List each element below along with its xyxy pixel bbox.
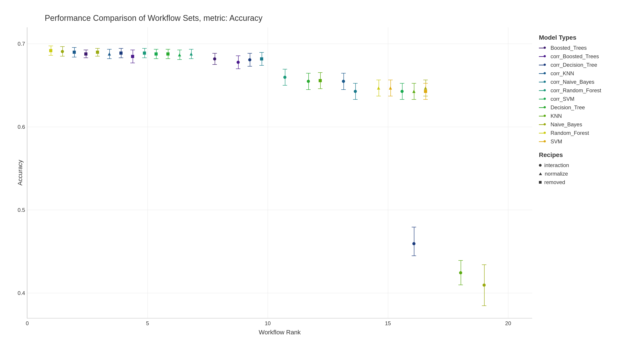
plot-area: Accuracy Workflow Rank 0.40.50.60.705101… — [27, 27, 532, 318]
legend-model-dot — [544, 89, 546, 91]
x-axis-label: Workflow Rank — [259, 329, 301, 336]
y-tick-label: 0.4 — [18, 290, 25, 296]
chart-area: Accuracy Workflow Rank 0.40.50.60.705101… — [27, 27, 640, 313]
legend-model-item: SVM — [539, 138, 633, 145]
legend-model-dot — [544, 132, 546, 134]
legend-model-dot — [544, 123, 546, 125]
legend-model-label: KNN — [550, 113, 562, 119]
legend-model-label: corr_Naive_Bayes — [550, 79, 594, 85]
x-tick-label: 20 — [505, 320, 511, 326]
legend-model-item: corr_KNN — [539, 70, 633, 77]
legend-model-label: corr_SVM — [550, 96, 574, 102]
legend-model-types-title: Model Types — [539, 34, 633, 41]
chart-container: Performance Comparison of Workflow Sets,… — [0, 0, 644, 344]
legend-model-dot — [544, 98, 546, 100]
legend-recipe-label: interaction — [544, 162, 569, 168]
legend-model-label: Random_Forest — [550, 130, 589, 136]
legend-recipe-item: removed — [539, 179, 633, 186]
legend-model-label: Boosted_Trees — [550, 45, 587, 51]
legend-model-dot — [544, 81, 546, 83]
legend-model-label: corr_Boosted_Trees — [550, 53, 599, 60]
legend-recipe-label: removed — [544, 179, 565, 186]
legend-model-item: Boosted_Trees — [539, 45, 633, 51]
legend-model-item: corr_SVM — [539, 96, 633, 102]
legend-model-item: Decision_Tree — [539, 104, 633, 111]
x-tick-label: 15 — [385, 320, 391, 326]
legend-model-label: corr_KNN — [550, 70, 574, 77]
legend-model-label: corr_Decision_Tree — [550, 62, 597, 68]
legend-model-item: KNN — [539, 113, 633, 119]
legend-recipe-item: interaction — [539, 162, 633, 168]
x-tick-label: 0 — [26, 320, 28, 326]
legend-model-dot — [544, 140, 546, 142]
y-tick-label: 0.5 — [18, 207, 25, 213]
legend-model-dot — [544, 55, 546, 57]
y-axis-label: Accuracy — [16, 160, 24, 186]
legend-model-label: corr_Random_Forest — [550, 87, 601, 94]
chart-title: Performance Comparison of Workflow Sets,… — [45, 14, 640, 23]
legend-recipe-label: normalize — [545, 171, 568, 177]
legend-model-item: corr_Random_Forest — [539, 87, 633, 94]
legend-model-item: Naive_Bayes — [539, 121, 633, 128]
legend-recipe-item: normalize — [539, 171, 633, 177]
y-tick-label: 0.6 — [18, 124, 25, 130]
legend-model-label: Decision_Tree — [550, 104, 585, 111]
legend-model-item: corr_Naive_Bayes — [539, 79, 633, 85]
legend-model-label: Naive_Bayes — [550, 121, 582, 128]
legend-model-item: Random_Forest — [539, 130, 633, 136]
legend-model-dot — [544, 64, 546, 66]
legend-model-item: corr_Boosted_Trees — [539, 53, 633, 60]
legend-model-dot — [544, 72, 546, 74]
legend-model-label: SVM — [550, 138, 562, 145]
x-tick-label: 5 — [146, 320, 149, 326]
legend-model-item: corr_Decision_Tree — [539, 62, 633, 68]
legend-area: Model TypesBoosted_Treescorr_Boosted_Tre… — [532, 27, 640, 313]
legend-recipes-title: Recipes — [539, 151, 633, 158]
y-tick-label: 0.7 — [18, 41, 25, 47]
legend-model-dot — [544, 47, 546, 49]
legend-model-dot — [544, 106, 546, 108]
legend-model-dot — [544, 115, 546, 117]
x-tick-label: 10 — [265, 320, 271, 326]
